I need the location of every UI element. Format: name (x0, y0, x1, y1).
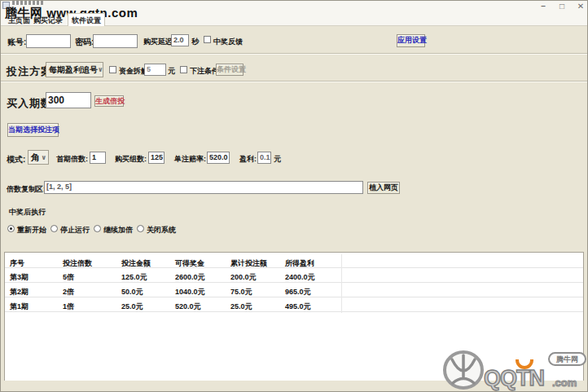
plan-selected-value: 每期盈利追号 (49, 64, 98, 76)
implant-webpage-button[interactable]: 植入网页 (367, 182, 400, 194)
radio-stop-label: 停止运行 (60, 225, 90, 236)
password-label: 密码: (75, 37, 94, 48)
minimize-button[interactable]: – (538, 2, 548, 11)
separator (1, 53, 588, 55)
groups-input[interactable]: 125 (148, 152, 165, 164)
bet-condition-checkbox[interactable] (180, 66, 187, 73)
chevron-down-icon: ∨ (98, 66, 103, 73)
delay-unit-label: 秒 (191, 37, 199, 47)
after-win-title: 中奖后执行 (9, 207, 46, 218)
copy-area-input[interactable]: [1, 2, 5] (44, 181, 363, 194)
chevron-down-icon: ∨ (42, 154, 47, 161)
win-feedback-label: 中奖反馈 (213, 37, 243, 47)
delay-input[interactable]: 2.0 (171, 34, 189, 46)
plan-select[interactable]: 每期盈利追号 ∨ (46, 62, 103, 77)
radio-shutdown-label: 关闭系统 (147, 225, 176, 236)
bet-condition-label: 下注条件 (190, 66, 219, 77)
maximize-button[interactable]: □ (557, 2, 567, 11)
mode-selected-value: 角 (31, 152, 40, 164)
tab-main[interactable]: 主页面 (5, 14, 33, 26)
odds-input[interactable]: 520.0 (207, 152, 230, 164)
first-multiple-label: 首期倍数: (56, 154, 88, 165)
clipped-window-title (12, 1, 43, 5)
tab-records[interactable]: 购买记录 (30, 14, 66, 26)
apply-settings-button[interactable]: 应用设置 (397, 34, 425, 47)
first-multiple-input[interactable]: 1 (90, 152, 106, 164)
qqtn-logo-text: QQTN (484, 366, 544, 391)
radio-continue-double[interactable] (94, 225, 101, 232)
radio-stop[interactable] (50, 225, 58, 232)
qqtn-logo-watermark: QQTN .com 腾牛网 (441, 349, 588, 392)
profit-unit-label: 元 (274, 154, 281, 165)
profit-label: 盈利: (239, 154, 257, 165)
buy-periods-input[interactable]: 300 (46, 92, 91, 108)
app-window: 腾牛网 www.qqtn.com – □ ✕ 主页面 购买记录 软件设置 账号:… (0, 0, 588, 392)
radio-restart[interactable] (7, 225, 15, 232)
account-input[interactable] (26, 34, 71, 48)
qqtn-logo-suffix: .com (552, 377, 577, 389)
account-label: 账号: (7, 37, 26, 48)
bull-logo-icon (441, 349, 486, 392)
qqtn-speech-bubble: 腾牛网 (548, 352, 586, 366)
radio-restart-label: 重新开始 (17, 225, 46, 236)
separator (1, 81, 588, 82)
condition-settings-button[interactable]: 条件设置 (216, 64, 244, 76)
fund-split-checkbox[interactable] (109, 66, 116, 73)
table-column-divider (341, 254, 342, 313)
radio-selected-dot (10, 227, 12, 230)
mode-select[interactable]: 角 ∨ (28, 150, 49, 165)
win-feedback-checkbox[interactable] (204, 36, 211, 43)
mode-label: 模式: (7, 154, 25, 165)
profit-input[interactable]: 0.1 (257, 152, 271, 164)
fund-split-input[interactable]: 5 (144, 64, 166, 76)
odds-label: 单注赔率: (174, 154, 206, 165)
generate-multiplier-button[interactable]: 生成倍投 (94, 95, 124, 107)
groups-label: 购买组数: (115, 154, 147, 165)
select-bet-items-button[interactable]: 当期选择投注项 (7, 123, 59, 137)
title-tab-band: 腾牛网 www.qqtn.com – □ ✕ 主页面 购买记录 软件设置 (1, 1, 588, 26)
close-button[interactable]: ✕ (576, 2, 586, 11)
copy-area-label: 倍数复制区: (7, 184, 46, 195)
fund-split-unit: 元 (168, 66, 175, 77)
radio-continue-double-label: 继续加倍 (103, 225, 133, 236)
radio-shutdown[interactable] (137, 225, 144, 232)
password-input[interactable] (93, 34, 138, 48)
tab-settings[interactable]: 软件设置 (68, 13, 105, 26)
